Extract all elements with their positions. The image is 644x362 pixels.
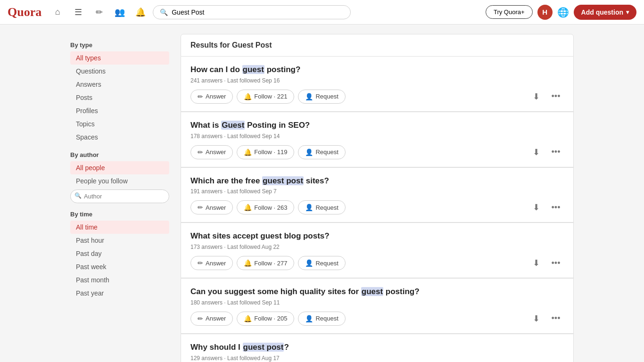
bookmark-icon: ⬇ xyxy=(533,91,540,102)
author-input[interactable] xyxy=(70,189,169,203)
search-input[interactable] xyxy=(172,8,344,16)
try-quora-button[interactable]: Try Quora+ xyxy=(486,5,533,19)
question-title[interactable]: What is Guest Posting in SEO? xyxy=(190,120,564,131)
globe-icon[interactable]: 🌐 xyxy=(557,7,569,18)
request-icon: 👤 xyxy=(305,93,313,100)
action-row: ✏Answer🔔Follow · 205👤Request⬇••• xyxy=(190,311,564,327)
more-icon: ••• xyxy=(552,203,561,213)
follow-icon: 🔔 xyxy=(244,148,252,156)
more-button[interactable]: ••• xyxy=(548,89,564,105)
follow-icon: 🔔 xyxy=(244,93,252,100)
sidebar-time-item[interactable]: All time xyxy=(70,221,169,234)
question-meta: 241 answers · Last followed Sep 16 xyxy=(190,77,564,84)
more-button[interactable]: ••• xyxy=(548,144,564,160)
notifications-icon[interactable]: 🔔 xyxy=(132,4,149,21)
request-button[interactable]: 👤Request xyxy=(298,145,345,159)
question-meta: 173 answers · Last followed Aug 22 xyxy=(190,244,564,250)
results-list: How can I do guest posting?241 answers ·… xyxy=(181,57,574,362)
question-meta: 129 answers · Last followed Aug 17 xyxy=(190,355,564,362)
create-icon[interactable]: ✏ xyxy=(91,4,107,21)
more-icon: ••• xyxy=(552,147,561,157)
sidebar-type-item[interactable]: Posts xyxy=(70,91,169,104)
main-layout: By type All typesQuestionsAnswersPostsPr… xyxy=(63,25,581,362)
answer-icon: ✏ xyxy=(198,204,203,211)
bookmark-icon: ⬇ xyxy=(533,258,540,268)
question-title[interactable]: How can I do guest posting? xyxy=(190,64,564,75)
save-button[interactable]: ⬇ xyxy=(528,255,544,271)
answer-button[interactable]: ✏Answer xyxy=(190,200,233,214)
result-card: Can you suggest some high quality sites … xyxy=(181,278,574,334)
results-header: Results for Guest Post xyxy=(181,34,574,57)
sidebar-author-item[interactable]: All people xyxy=(70,161,169,174)
more-button[interactable]: ••• xyxy=(548,199,564,215)
sidebar-type-item[interactable]: Questions xyxy=(70,65,169,78)
logo[interactable]: Quora xyxy=(8,5,41,19)
request-button[interactable]: 👤Request xyxy=(298,200,345,214)
results-prefix: Results for xyxy=(190,41,232,49)
add-question-button[interactable]: Add question ▾ xyxy=(574,5,636,20)
answer-button[interactable]: ✏Answer xyxy=(190,145,233,159)
request-button[interactable]: 👤Request xyxy=(298,90,345,104)
author-search-wrap: 🔍 xyxy=(70,188,169,203)
question-title[interactable]: Can you suggest some high quality sites … xyxy=(190,286,564,297)
author-items: All peoplePeople you follow xyxy=(70,161,169,188)
type-items: All typesQuestionsAnswersPostsProfilesTo… xyxy=(70,51,169,144)
follow-icon: 🔔 xyxy=(244,204,252,211)
sidebar-time-item[interactable]: Past hour xyxy=(70,234,169,247)
save-button[interactable]: ⬇ xyxy=(528,199,544,215)
answer-button[interactable]: ✏Answer xyxy=(190,256,233,270)
request-icon: 👤 xyxy=(305,204,313,211)
sidebar-type-item[interactable]: Answers xyxy=(70,78,169,91)
answer-icon: ✏ xyxy=(198,148,203,156)
answer-feed-icon[interactable]: ☰ xyxy=(70,4,87,21)
by-author-title: By author xyxy=(70,151,169,158)
question-title[interactable]: Why should I guest post? xyxy=(190,342,564,353)
follow-button[interactable]: 🔔Follow · 277 xyxy=(237,256,294,270)
header: Quora ⌂ ☰ ✏ 👥 🔔 🔍 Try Quora+ H 🌐 Add que… xyxy=(0,0,644,25)
sidebar-time-item[interactable]: Past year xyxy=(70,287,169,300)
request-icon: 👤 xyxy=(305,315,313,322)
sidebar-time-item[interactable]: Past day xyxy=(70,247,169,260)
action-row: ✏Answer🔔Follow · 221👤Request⬇••• xyxy=(190,89,564,105)
result-card: What is Guest Posting in SEO?178 answers… xyxy=(181,112,574,167)
action-row: ✏Answer🔔Follow · 119👤Request⬇••• xyxy=(190,144,564,160)
sidebar-type-item[interactable]: All types xyxy=(70,51,169,65)
answer-icon: ✏ xyxy=(198,315,203,322)
answer-button[interactable]: ✏Answer xyxy=(190,90,233,104)
header-right: Try Quora+ H 🌐 Add question ▾ xyxy=(486,5,636,20)
sidebar-type-item[interactable]: Topics xyxy=(70,117,169,131)
save-button[interactable]: ⬇ xyxy=(528,144,544,160)
home-icon[interactable]: ⌂ xyxy=(49,4,66,21)
sidebar-time-item[interactable]: Past week xyxy=(70,260,169,273)
follow-button[interactable]: 🔔Follow · 119 xyxy=(237,145,294,159)
more-button[interactable]: ••• xyxy=(548,311,564,327)
follow-icon: 🔔 xyxy=(244,259,252,267)
result-card: What sites accept guest blog posts?173 a… xyxy=(181,222,574,278)
action-row: ✏Answer🔔Follow · 263👤Request⬇••• xyxy=(190,199,564,215)
sidebar-time-item[interactable]: Past month xyxy=(70,273,169,287)
request-button[interactable]: 👤Request xyxy=(298,256,345,270)
follow-button[interactable]: 🔔Follow · 263 xyxy=(237,200,294,214)
save-button[interactable]: ⬇ xyxy=(528,89,544,105)
save-button[interactable]: ⬇ xyxy=(528,311,544,327)
result-card: Which are the free guest post sites?191 … xyxy=(181,167,574,223)
avatar[interactable]: H xyxy=(537,5,553,20)
sidebar-type-item[interactable]: Spaces xyxy=(70,131,169,144)
spaces-icon[interactable]: 👥 xyxy=(111,4,128,21)
chevron-down-icon: ▾ xyxy=(626,9,629,16)
result-card: Why should I guest post?129 answers · La… xyxy=(181,334,574,362)
sidebar-author-item[interactable]: People you follow xyxy=(70,174,169,188)
answer-button[interactable]: ✏Answer xyxy=(190,312,233,326)
request-icon: 👤 xyxy=(305,259,313,267)
request-button[interactable]: 👤Request xyxy=(298,312,345,326)
more-button[interactable]: ••• xyxy=(548,255,564,271)
sidebar-type-item[interactable]: Profiles xyxy=(70,104,169,117)
request-icon: 👤 xyxy=(305,148,313,156)
by-time-title: By time xyxy=(70,211,169,218)
time-items: All timePast hourPast dayPast weekPast m… xyxy=(70,221,169,300)
follow-button[interactable]: 🔔Follow · 205 xyxy=(237,312,294,326)
nav-icons: ⌂ ☰ ✏ 👥 🔔 xyxy=(49,4,149,21)
follow-button[interactable]: 🔔Follow · 221 xyxy=(237,90,294,104)
question-title[interactable]: Which are the free guest post sites? xyxy=(190,175,564,187)
question-title[interactable]: What sites accept guest blog posts? xyxy=(190,230,564,242)
